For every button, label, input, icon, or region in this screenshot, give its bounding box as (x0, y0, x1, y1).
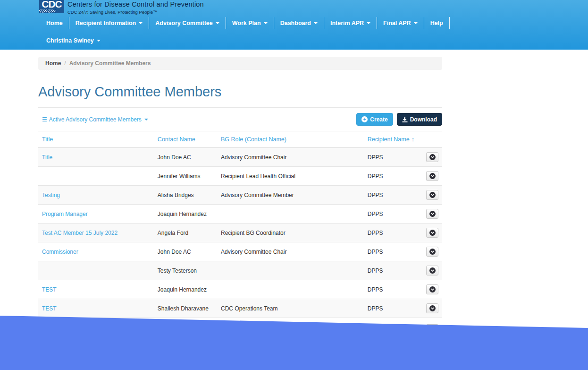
table-row: TESTJoaquin HernandezDPPS (38, 280, 442, 299)
cdc-logo-hatch-stripes (39, 9, 56, 13)
nav-item-advisory-committee[interactable]: Advisory Committee (149, 20, 226, 26)
cdc-logo[interactable]: CDC (39, 0, 64, 13)
cell-recipient-name: DPPS (364, 167, 422, 186)
nav-item-recipient-information[interactable]: Recipient Information (69, 20, 149, 26)
main-content: Home / Advisory Committee Members Adviso… (38, 57, 442, 340)
cell-actions (422, 242, 442, 261)
cell-contact-name: John Doe AC (154, 148, 217, 167)
column-header-recipient-name[interactable]: Recipient Name↑ (364, 131, 422, 148)
row-actions-button[interactable] (426, 152, 438, 162)
cell-contact-name: Angela Ford (154, 224, 217, 242)
table-row: Jennifer WilliamsRecipient Lead Health O… (38, 167, 442, 186)
member-title-link[interactable]: Program Manager (42, 211, 88, 217)
brand-text: Centers for Disease Control and Preventi… (67, 0, 204, 15)
breadcrumb-home-link[interactable]: Home (45, 60, 61, 67)
row-actions-button[interactable] (426, 190, 438, 200)
row-actions-button[interactable] (426, 284, 438, 294)
table-row: Test AC Member 15 July 2022Angela FordRe… (38, 224, 442, 242)
cell-actions (422, 299, 442, 318)
plus-circle-icon: + (361, 116, 368, 122)
members-panel: ☰ Active Advisory Committee Members + Cr… (38, 107, 442, 340)
agency-tagline: CDC 24/7: Saving Lives, Protecting Peopl… (67, 9, 204, 15)
chevron-down-circle-icon (429, 154, 436, 160)
column-header-actions (422, 131, 442, 148)
member-title-link[interactable]: Title (42, 154, 52, 161)
cell-recipient-name: DPPS (364, 299, 422, 318)
nav-item-interim-apr[interactable]: Interim APR (324, 20, 377, 26)
view-filter-dropdown[interactable]: ☰ Active Advisory Committee Members (42, 116, 148, 123)
download-button[interactable]: Download (397, 113, 442, 126)
cell-contact-name: John Doe AC (154, 242, 217, 261)
row-actions-button[interactable] (426, 209, 438, 219)
page-title: Advisory Committee Members (38, 84, 442, 100)
cell-title: Testing (38, 186, 154, 205)
cell-bg-role: Recipient Lead Health Official (217, 167, 364, 186)
cell-contact-name: Joaquin Hernandez (154, 280, 217, 299)
nav-item-dashboard[interactable]: Dashboard (274, 20, 324, 26)
cell-title: TEST (38, 299, 154, 318)
member-title-link[interactable]: Test AC Member 15 July 2022 (42, 230, 118, 236)
create-button-label: Create (370, 116, 387, 123)
cell-bg-role (217, 280, 364, 299)
chevron-down-icon (139, 22, 143, 24)
cell-recipient-name: DPPS (364, 205, 422, 224)
column-header-title[interactable]: Title (38, 131, 154, 148)
nav-item-work-plan[interactable]: Work Plan (226, 20, 274, 26)
agency-name: Centers for Disease Control and Preventi… (67, 0, 204, 8)
member-title-link[interactable]: Commissioner (42, 249, 78, 255)
chevron-down-circle-icon (429, 305, 436, 311)
row-actions-button[interactable] (426, 303, 438, 313)
download-icon (402, 117, 408, 122)
chevron-down-icon (144, 119, 148, 120)
chevron-down-icon (97, 40, 101, 42)
page-root: CDC Centers for Disease Control and Prev… (0, 0, 588, 340)
cdc-logo-text: CDC (39, 0, 64, 10)
sort-ascending-icon: ↑ (412, 136, 414, 143)
brand-row: CDC Centers for Disease Control and Prev… (39, 0, 204, 15)
breadcrumb-current: Advisory Committee Members (69, 60, 151, 67)
breadcrumb-separator: / (64, 60, 66, 67)
chevron-down-icon (367, 22, 370, 24)
members-table-body: TitleJohn Doe ACAdvisory Committee Chair… (38, 148, 442, 340)
table-row: CommissionerJohn Doe ACAdvisory Committe… (38, 242, 442, 261)
cell-title (38, 167, 154, 186)
chevron-down-icon (216, 22, 219, 24)
member-title-link[interactable]: Testing (42, 192, 60, 198)
cell-recipient-name: DPPS (364, 224, 422, 242)
row-actions-button[interactable] (426, 228, 438, 238)
chevron-down-icon (314, 22, 318, 24)
row-actions-button[interactable] (426, 266, 438, 275)
user-menu[interactable]: Christina Swiney (40, 37, 107, 44)
cell-bg-role: CDC Operations Team (217, 299, 364, 318)
create-button[interactable]: + Create (356, 113, 393, 126)
cell-bg-role: Advisory Committee Chair (217, 148, 364, 167)
nav-item-final-apr[interactable]: Final APR (377, 20, 424, 26)
download-button-label: Download (410, 116, 437, 123)
member-title-link[interactable]: TEST (42, 286, 57, 293)
member-title-link[interactable]: TEST (42, 305, 57, 312)
chevron-down-circle-icon (429, 286, 436, 293)
column-header-contact-name[interactable]: Contact Name (154, 131, 217, 148)
cell-contact-name: Jennifer Williams (154, 167, 217, 186)
column-header-bg-role-contact-name-[interactable]: BG Role (Contact Name) (217, 131, 364, 148)
list-icon: ☰ (42, 117, 47, 122)
cell-title: Program Manager (38, 205, 154, 224)
cell-recipient-name: DPPS (364, 186, 422, 205)
cell-actions (422, 280, 442, 299)
cell-actions (422, 186, 442, 205)
table-header-row: TitleContact NameBG Role (Contact Name)R… (38, 131, 442, 148)
nav-item-home[interactable]: Home (40, 20, 69, 26)
cell-contact-name: Alisha Bridges (154, 186, 217, 205)
cell-actions (422, 261, 442, 280)
nav-item-help[interactable]: Help (424, 20, 449, 26)
row-actions-button[interactable] (426, 247, 438, 257)
cell-title: Title (38, 148, 154, 167)
cell-recipient-name: DPPS (364, 261, 422, 280)
user-menu-label: Christina Swiney (46, 37, 94, 44)
row-actions-button[interactable] (426, 171, 438, 181)
chevron-down-circle-icon (429, 173, 436, 179)
cell-bg-role: Recipient BG Coordinator (217, 224, 364, 242)
chevron-down-circle-icon (429, 192, 436, 198)
cell-bg-role (217, 205, 364, 224)
breadcrumb: Home / Advisory Committee Members (38, 57, 442, 70)
